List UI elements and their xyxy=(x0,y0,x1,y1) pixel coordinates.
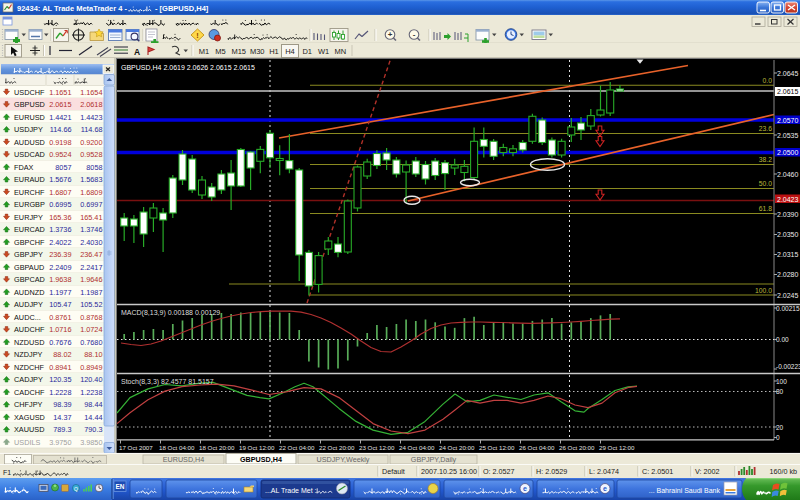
svg-text:NZDUSD: NZDUSD xyxy=(14,338,44,347)
svg-text:2.0500: 2.0500 xyxy=(777,149,799,156)
svg-text:EURCAD: EURCAD xyxy=(14,225,45,234)
svg-text:USDILS: USDILS xyxy=(14,438,40,447)
svg-text:0.9524: 0.9524 xyxy=(49,150,71,159)
svg-text:EURGBP: EURGBP xyxy=(14,200,45,209)
svg-text:19 Oct 12:00: 19 Oct 12:00 xyxy=(239,444,275,451)
svg-text:-: - xyxy=(413,30,416,39)
svg-text:2.0280: 2.0280 xyxy=(777,271,799,278)
svg-text:0.9200: 0.9200 xyxy=(80,138,102,147)
svg-text:1.2238: 1.2238 xyxy=(80,388,102,397)
svg-text:NZDJPY: NZDJPY xyxy=(14,350,43,359)
svg-text:AUDJPY: AUDJPY xyxy=(14,300,43,309)
svg-text:CADJPY: CADJPY xyxy=(14,375,43,384)
svg-text:2.2409: 2.2409 xyxy=(49,263,71,272)
svg-text:25 Oct 12:00: 25 Oct 12:00 xyxy=(479,444,515,451)
svg-text:38.2: 38.2 xyxy=(759,156,772,163)
svg-text:D1: D1 xyxy=(302,47,312,56)
svg-text:AUDNZD: AUDNZD xyxy=(14,288,44,297)
svg-text:1.6809: 1.6809 xyxy=(80,188,102,197)
svg-text:O: 2.0527: O: 2.0527 xyxy=(483,467,515,476)
svg-text:61.8: 61.8 xyxy=(759,205,772,212)
svg-text:1.1654: 1.1654 xyxy=(80,88,102,97)
svg-text:EURJPY: EURJPY xyxy=(14,213,43,222)
svg-text:29 Oct 12:00: 29 Oct 12:00 xyxy=(599,444,635,451)
svg-text:1.0716: 1.0716 xyxy=(49,325,71,334)
svg-text:H4: H4 xyxy=(285,47,295,56)
svg-text:17 Oct 2007: 17 Oct 2007 xyxy=(119,444,153,451)
svg-text:2.2417: 2.2417 xyxy=(80,263,102,272)
svg-text:XAUUSD: XAUUSD xyxy=(14,425,44,434)
svg-text:...AL Trade Met :: ...AL Trade Met : xyxy=(265,487,317,494)
svg-text:Stoch(8,3,3) 82.4577 81.5157: Stoch(8,3,3) 82.4577 81.5157 xyxy=(121,378,214,386)
svg-text:236.47: 236.47 xyxy=(80,250,102,259)
svg-text:92434: AL Trade MetaTrader 4 -: 92434: AL Trade MetaTrader 4 - xyxy=(17,4,128,13)
svg-text:2.0615: 2.0615 xyxy=(777,88,799,95)
svg-text:0.0: 0.0 xyxy=(763,77,773,84)
svg-text:2.0245: 2.0245 xyxy=(777,292,799,299)
svg-text:1.4423: 1.4423 xyxy=(80,113,102,122)
svg-text:+: + xyxy=(388,30,393,39)
svg-text:105.52: 105.52 xyxy=(80,300,102,309)
svg-text:18 Oct 20:00: 18 Oct 20:00 xyxy=(199,444,235,451)
svg-text:1.2228: 1.2228 xyxy=(49,388,71,397)
svg-text:M30: M30 xyxy=(250,47,265,56)
svg-text:98.39: 98.39 xyxy=(53,400,71,409)
svg-text:165.36: 165.36 xyxy=(49,213,71,222)
svg-text:14.37: 14.37 xyxy=(53,413,71,422)
svg-text:8057: 8057 xyxy=(55,163,71,172)
svg-text:26 Oct 04:00: 26 Oct 04:00 xyxy=(519,444,555,451)
svg-text:1.9646: 1.9646 xyxy=(80,275,102,284)
svg-text:GBPJPY,Daily: GBPJPY,Daily xyxy=(411,455,457,464)
svg-text:80: 80 xyxy=(776,388,784,395)
svg-text:0.6997: 0.6997 xyxy=(80,200,102,209)
svg-text:0.7676: 0.7676 xyxy=(49,338,71,347)
svg-text:1.1987: 1.1987 xyxy=(80,288,102,297)
svg-text:1.5676: 1.5676 xyxy=(49,175,71,184)
svg-text:AUDC...: AUDC... xyxy=(14,313,41,322)
svg-text:FDAX: FDAX xyxy=(14,163,34,172)
svg-text:23.6: 23.6 xyxy=(759,125,772,132)
svg-text:GBPAUD: GBPAUD xyxy=(14,263,44,272)
svg-text:M1: M1 xyxy=(199,47,209,56)
svg-text:GBPCAD: GBPCAD xyxy=(14,275,45,284)
svg-text:!: ! xyxy=(196,31,199,40)
svg-text:22 Oct 04:00: 22 Oct 04:00 xyxy=(279,444,315,451)
svg-text:24 Oct 04:00: 24 Oct 04:00 xyxy=(399,444,435,451)
svg-text:160/0 kb: 160/0 kb xyxy=(769,467,797,476)
svg-text:MACD(8,13,9) 0.00188 0.00129: MACD(8,13,9) 0.00188 0.00129 xyxy=(121,309,220,317)
svg-text:24 Oct 20:00: 24 Oct 20:00 xyxy=(439,444,475,451)
svg-text:e: e xyxy=(523,485,527,492)
svg-text:GBPUSD,H4: GBPUSD,H4 xyxy=(240,455,282,464)
svg-text:GBPUSD,H4 2.0619 2.0626 2.061: GBPUSD,H4 2.0619 2.0626 2.0615 2.0615 xyxy=(121,64,255,71)
svg-text:V: 2002: V: 2002 xyxy=(695,467,720,476)
svg-text:MN: MN xyxy=(334,47,346,56)
svg-text:790.3: 790.3 xyxy=(84,425,102,434)
svg-text:0.8941: 0.8941 xyxy=(49,363,71,372)
svg-text:XAGUSD: XAGUSD xyxy=(14,413,45,422)
svg-text:GBPJPY: GBPJPY xyxy=(14,250,43,259)
svg-text:NZDCHF: NZDCHF xyxy=(14,363,45,372)
svg-text:USDCAD: USDCAD xyxy=(14,150,45,159)
svg-text:1.1651: 1.1651 xyxy=(49,88,71,97)
svg-text:1.3736: 1.3736 xyxy=(49,225,71,234)
svg-text:3.9750: 3.9750 xyxy=(49,438,71,447)
svg-text:CADCHF: CADCHF xyxy=(14,388,45,397)
svg-text:1.3746: 1.3746 xyxy=(80,225,102,234)
svg-text:CHFJPY: CHFJPY xyxy=(14,400,43,409)
svg-text:USDJPY,Weekly: USDJPY,Weekly xyxy=(317,455,370,464)
svg-text:2.0618: 2.0618 xyxy=(80,100,102,109)
svg-text:2.4022: 2.4022 xyxy=(49,238,71,247)
svg-text:USDCHF: USDCHF xyxy=(14,88,45,97)
svg-text:236.39: 236.39 xyxy=(49,250,71,259)
svg-text:-0.00223: -0.00223 xyxy=(776,363,800,370)
svg-text:0.7680: 0.7680 xyxy=(80,338,102,347)
svg-text:EURUSD: EURUSD xyxy=(14,113,45,122)
svg-text:AUDUSD: AUDUSD xyxy=(14,138,45,147)
svg-text:... Bahraini Saudi Bank: ... Bahraini Saudi Bank xyxy=(649,487,721,494)
svg-text:120.40: 120.40 xyxy=(80,375,102,384)
svg-text:1.1977: 1.1977 xyxy=(49,288,71,297)
svg-text:USDJPY: USDJPY xyxy=(14,125,43,134)
svg-text:1.6807: 1.6807 xyxy=(49,188,71,197)
svg-text:EURCHF: EURCHF xyxy=(14,188,45,197)
svg-text:H: 2.0529: H: 2.0529 xyxy=(536,467,567,476)
